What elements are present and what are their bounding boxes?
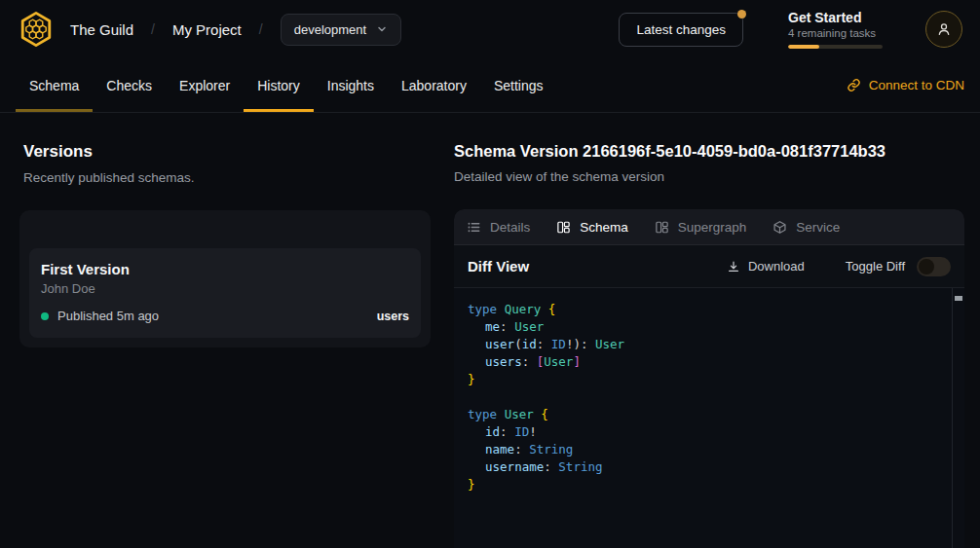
download-button[interactable]: Download	[721, 258, 810, 274]
get-started-subtitle: 4 remaining tasks	[788, 27, 883, 39]
nav-tabs: SchemaChecksExplorerHistoryInsightsLabor…	[16, 58, 557, 112]
code-line: users: [User]	[468, 353, 945, 371]
detail-tab-label: Schema	[580, 220, 628, 235]
version-status-text: Published 5m ago	[57, 309, 159, 323]
code-line: id: ID!	[468, 423, 945, 441]
versions-title: Versions	[23, 142, 431, 162]
diff-view-title: Diff View	[468, 258, 529, 274]
nav-tab-schema[interactable]: Schema	[16, 58, 93, 112]
toggle-diff-label: Toggle Diff	[846, 259, 905, 274]
chevron-down-icon	[376, 23, 388, 35]
top-bar: The Guild / My Project / development Lat…	[0, 0, 980, 58]
versions-panel: Versions Recently published schemas. Fir…	[0, 113, 446, 548]
get-started-widget[interactable]: Get Started 4 remaining tasks	[788, 10, 883, 49]
breadcrumb-org[interactable]: The Guild	[70, 21, 133, 38]
download-icon	[727, 260, 740, 274]
link-icon	[847, 78, 861, 92]
detail-tab-label: Service	[796, 220, 840, 235]
nav-tab-insights[interactable]: Insights	[314, 58, 388, 112]
code-line: }	[468, 371, 945, 388]
main-content: Versions Recently published schemas. Fir…	[0, 113, 980, 548]
diff-view-header: Diff View Download Toggle Diff	[454, 245, 964, 288]
target-selector-dropdown[interactable]: development	[281, 14, 401, 46]
connect-to-cdn-label: Connect to CDN	[869, 78, 964, 92]
schema-version-subtitle: Detailed view of the schema version	[454, 169, 964, 184]
app-window: The Guild / My Project / development Lat…	[0, 0, 980, 548]
scrollbar-thumb[interactable]	[955, 296, 962, 301]
code-line: user(id: ID!): User	[468, 336, 945, 353]
detail-tab-schema[interactable]: Schema	[556, 220, 628, 235]
get-started-progress-track	[788, 45, 883, 49]
main-nav: SchemaChecksExplorerHistoryInsightsLabor…	[0, 58, 980, 113]
schema-version-panel: Schema Version 2166196f-5e10-4059-bd0a-0…	[446, 113, 980, 548]
tab-active-indicator	[244, 109, 314, 112]
nav-tab-checks[interactable]: Checks	[93, 58, 166, 112]
version-name: First Version	[41, 261, 409, 277]
nav-tab-label: Explorer	[179, 78, 230, 93]
code-scrollbar[interactable]	[952, 288, 964, 548]
versions-subtitle: Recently published schemas.	[23, 170, 431, 185]
code-line	[468, 388, 945, 406]
nav-tab-settings[interactable]: Settings	[480, 58, 557, 112]
latest-changes-button[interactable]: Latest changes	[619, 13, 743, 47]
nav-tab-label: History	[257, 78, 300, 93]
code-line: type Query {	[468, 301, 945, 318]
hive-logo-icon[interactable]	[18, 11, 55, 48]
download-label: Download	[748, 259, 805, 274]
columns-icon	[556, 220, 571, 235]
person-icon	[936, 21, 952, 37]
code-line: type User {	[468, 406, 945, 423]
switch-knob	[919, 259, 934, 274]
detail-tab-service[interactable]: Service	[773, 220, 840, 235]
user-avatar-button[interactable]	[925, 11, 962, 48]
toggle-diff-switch[interactable]	[917, 257, 951, 276]
nav-tab-label: Settings	[494, 78, 544, 93]
tab-active-indicator	[16, 109, 93, 112]
breadcrumb: The Guild / My Project / development	[18, 11, 401, 48]
latest-changes-label: Latest changes	[636, 22, 726, 37]
detail-tab-label: Supergraph	[678, 220, 747, 235]
code-content: type Query {me: Useruser(id: ID!): Useru…	[468, 301, 945, 493]
target-selector-value: development	[294, 22, 366, 37]
get-started-progress-fill	[788, 45, 819, 49]
get-started-title: Get Started	[788, 10, 883, 25]
code-line: }	[468, 476, 945, 493]
service-badge: users	[377, 310, 409, 323]
diff-actions: Download Toggle Diff	[721, 257, 951, 276]
connect-to-cdn-link[interactable]: Connect to CDN	[847, 58, 964, 112]
notification-dot	[737, 10, 746, 18]
breadcrumb-separator: /	[151, 21, 155, 37]
list-icon	[467, 220, 481, 235]
nav-tab-label: Laboratory	[401, 78, 467, 93]
columns-icon	[655, 220, 669, 235]
nav-tab-laboratory[interactable]: Laboratory	[388, 58, 480, 112]
schema-code-viewer[interactable]: type Query {me: Useruser(id: ID!): Useru…	[454, 288, 964, 548]
schema-version-title: Schema Version 2166196f-5e10-4059-bd0a-0…	[454, 142, 964, 161]
code-line: me: User	[468, 318, 945, 336]
nav-tab-history[interactable]: History	[244, 58, 314, 112]
cube-icon	[773, 220, 787, 235]
detail-tab-details[interactable]: Details	[467, 220, 530, 235]
detail-tabs: DetailsSchemaSupergraphService	[454, 209, 964, 245]
nav-tab-label: Checks	[106, 78, 152, 93]
breadcrumb-separator: /	[259, 21, 263, 37]
version-status-row: Published 5m ago users	[41, 309, 409, 323]
version-author: John Doe	[41, 281, 409, 296]
nav-tab-label: Schema	[29, 78, 79, 93]
detail-tab-supergraph[interactable]: Supergraph	[655, 220, 747, 235]
code-line: username: String	[468, 458, 945, 476]
detail-tab-label: Details	[490, 220, 530, 235]
breadcrumb-project[interactable]: My Project	[172, 21, 242, 38]
published-status-dot	[41, 312, 49, 320]
version-list-item[interactable]: First Version John Doe Published 5m ago …	[29, 248, 421, 338]
code-line: name: String	[468, 441, 945, 458]
nav-tab-explorer[interactable]: Explorer	[166, 58, 244, 112]
nav-tab-label: Insights	[327, 78, 374, 93]
versions-list-card: First Version John Doe Published 5m ago …	[19, 210, 431, 347]
schema-version-card: DetailsSchemaSupergraphService Diff View…	[454, 209, 964, 548]
